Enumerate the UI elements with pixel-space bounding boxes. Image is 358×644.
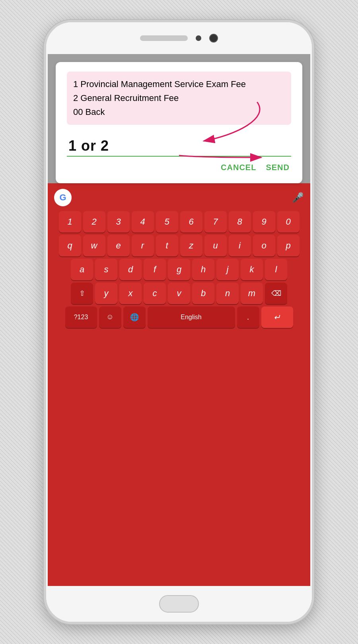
row-bottom: ?123 ☺ 🌐 English . ↵: [51, 306, 307, 328]
emoji-key[interactable]: ☺: [99, 306, 121, 328]
key-w[interactable]: w: [83, 235, 105, 256]
backspace-key[interactable]: ⌫: [265, 283, 287, 304]
key-n[interactable]: n: [216, 283, 239, 304]
phone-top-bar: [46, 22, 312, 54]
key-z[interactable]: z: [180, 235, 202, 256]
enter-key[interactable]: ↵: [261, 306, 293, 328]
speaker-grille: [140, 35, 188, 41]
input-section: 1 or 2: [67, 131, 291, 157]
key-y[interactable]: y: [95, 283, 117, 304]
message-area: 1 Provincial Management Service Exam Fee…: [48, 54, 310, 183]
key-0[interactable]: 0: [277, 211, 300, 233]
front-camera: [209, 34, 218, 43]
mic-icon[interactable]: 🎤: [292, 192, 304, 203]
row-shift: ⇧ y x c v b n m ⌫: [51, 283, 307, 304]
symbols-key[interactable]: ?123: [65, 306, 97, 328]
key-4[interactable]: 4: [132, 211, 154, 233]
key-d[interactable]: d: [119, 259, 142, 280]
key-j[interactable]: j: [216, 259, 239, 280]
key-b[interactable]: b: [192, 283, 214, 304]
key-k[interactable]: k: [241, 259, 263, 280]
key-g[interactable]: g: [168, 259, 190, 280]
key-f[interactable]: f: [144, 259, 166, 280]
key-7[interactable]: 7: [204, 211, 227, 233]
key-l[interactable]: l: [265, 259, 287, 280]
phone-bottom: [46, 586, 312, 622]
key-2[interactable]: 2: [83, 211, 105, 233]
key-1[interactable]: 1: [59, 211, 81, 233]
message-card: 1 Provincial Management Service Exam Fee…: [56, 62, 302, 183]
key-e[interactable]: e: [107, 235, 130, 256]
key-9[interactable]: 9: [253, 211, 275, 233]
key-m[interactable]: m: [241, 283, 263, 304]
shift-key[interactable]: ⇧: [71, 283, 93, 304]
action-buttons: CANCEL SEND: [67, 161, 291, 175]
option-1: 1 Provincial Management Service Exam Fee: [73, 77, 285, 91]
period-key[interactable]: .: [237, 306, 259, 328]
key-t[interactable]: t: [156, 235, 178, 256]
key-s[interactable]: s: [95, 259, 117, 280]
row-asdf: a s d f g h j k l: [51, 259, 307, 280]
key-o[interactable]: o: [253, 235, 275, 256]
key-x[interactable]: x: [119, 283, 142, 304]
key-c[interactable]: c: [144, 283, 166, 304]
number-row: 1 2 3 4 5 6 7 8 9 0: [51, 211, 307, 233]
key-8[interactable]: 8: [229, 211, 251, 233]
home-button[interactable]: [159, 595, 199, 613]
key-6[interactable]: 6: [180, 211, 202, 233]
space-key[interactable]: English: [148, 306, 235, 328]
phone-device: 1 Provincial Management Service Exam Fee…: [44, 20, 314, 624]
input-display: 1 or 2: [67, 134, 291, 156]
key-q[interactable]: q: [59, 235, 81, 256]
g-blue: G: [59, 192, 66, 203]
key-v[interactable]: v: [168, 283, 190, 304]
send-button[interactable]: SEND: [266, 163, 290, 172]
google-logo: G: [54, 189, 72, 206]
key-a[interactable]: a: [71, 259, 93, 280]
input-underline: [67, 156, 291, 157]
keyboard-area[interactable]: G 🎤 1 2 3 4 5 6 7 8 9 0 q w e: [48, 183, 310, 586]
message-options-box: 1 Provincial Management Service Exam Fee…: [67, 72, 291, 125]
key-5[interactable]: 5: [156, 211, 178, 233]
key-r[interactable]: r: [132, 235, 154, 256]
key-3[interactable]: 3: [107, 211, 130, 233]
key-u[interactable]: u: [204, 235, 227, 256]
phone-screen: 1 Provincial Management Service Exam Fee…: [48, 54, 310, 586]
globe-key[interactable]: 🌐: [123, 306, 146, 328]
option-2: 2 General Recruitment Fee: [73, 91, 285, 105]
front-sensor: [196, 35, 201, 41]
key-h[interactable]: h: [192, 259, 214, 280]
cancel-button[interactable]: CANCEL: [221, 163, 256, 172]
key-i[interactable]: i: [229, 235, 251, 256]
keyboard-top-bar: G 🎤: [51, 187, 307, 209]
row-qwerty: q w e r t z u i o p: [51, 235, 307, 256]
option-3: 00 Back: [73, 105, 285, 119]
key-p[interactable]: p: [277, 235, 300, 256]
